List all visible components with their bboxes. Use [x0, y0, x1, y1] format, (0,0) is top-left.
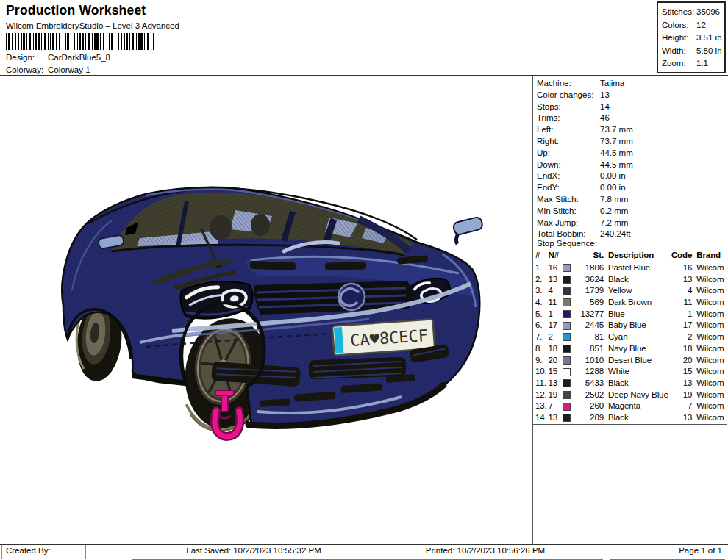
thread-description: Deep Navy Blue	[604, 390, 669, 401]
stitch-count: 260	[574, 401, 604, 412]
machine-info-row: EndY: 0.00 in	[537, 182, 725, 194]
thread-description: Black	[604, 412, 669, 424]
row-number: 3.	[535, 285, 548, 297]
thread-brand: Wilcom	[692, 343, 725, 355]
machine-info-row: Down: 44.5 mm	[537, 159, 725, 171]
row-number: 10.	[535, 366, 548, 378]
thread-description: Black	[604, 378, 669, 390]
row-number: 12.	[535, 390, 548, 401]
thread-color-swatch	[563, 379, 571, 387]
stop-sequence-row: 4. 11 569 Dark Brown 11 Wilcom	[535, 297, 725, 309]
col-header-stitches: St.	[593, 251, 604, 259]
machine-info-label: Up:	[537, 148, 600, 159]
needle-number: 16	[548, 262, 562, 274]
col-header-needle: N#	[548, 251, 559, 259]
design-preview-canvas: CA♥8CECF	[1, 76, 531, 544]
stitch-count: 209	[574, 412, 604, 424]
stop-sequence-row: 13. 7 260 Magenta 7 Wilcom	[535, 401, 725, 412]
col-header-num: #	[535, 251, 540, 259]
stitch-count: 2502	[574, 390, 604, 401]
stitch-count: 13277	[574, 309, 604, 320]
needle-number: 13	[548, 378, 562, 390]
design-label: Design:	[6, 53, 48, 62]
machine-info-value: 7.2 mm	[600, 218, 628, 229]
thread-description: Black	[604, 274, 669, 286]
thread-color-swatch	[563, 391, 571, 399]
thread-description: White	[604, 366, 669, 378]
machine-info-label: Max Jump:	[537, 218, 600, 229]
summary-row: Height: 3.51 in	[662, 32, 724, 45]
needle-number: 18	[548, 343, 562, 355]
row-number: 6.	[535, 320, 548, 331]
page-title: Production Worksheet	[6, 3, 146, 18]
machine-info-label: Right:	[537, 136, 600, 148]
machine-info-label: Left:	[537, 124, 600, 136]
right-mirror	[452, 216, 483, 244]
summary-label: Zoom:	[662, 57, 696, 71]
machine-info-row: Max Jump: 7.2 mm	[537, 218, 725, 229]
stitch-count: 81	[574, 331, 604, 343]
thread-code: 1	[669, 309, 692, 320]
thread-code: 15	[669, 366, 692, 378]
table-bottom-rule	[533, 424, 727, 425]
machine-info-row: Machine: Tajima	[537, 78, 725, 90]
machine-info-value: 0.2 mm	[600, 206, 628, 218]
stop-sequence-row: 14. 13 209 Black 13 Wilcom	[535, 412, 725, 424]
machine-info-value: 13	[600, 90, 610, 101]
col-header-brand: Brand	[696, 251, 721, 259]
machine-info-value: 240.24ft	[600, 229, 631, 240]
needle-number: 19	[548, 390, 562, 401]
thread-brand: Wilcom	[692, 366, 725, 378]
design-name-row: Design: CarDarkBlue5_8	[6, 53, 226, 62]
machine-info-row: EndX: 0.00 in	[537, 170, 725, 182]
thread-description: Magenta	[604, 401, 669, 412]
stop-sequence-header-row: # N# St. Description Code Brand	[535, 250, 725, 262]
colorway-row: Colorway: Colorway 1	[6, 65, 226, 74]
summary-value: 35096	[696, 6, 720, 19]
row-number: 7.	[535, 331, 548, 343]
needle-number: 4	[548, 285, 562, 297]
machine-info-value: 14	[600, 101, 610, 113]
stitch-count: 1288	[574, 366, 604, 378]
row-number: 8.	[535, 343, 548, 355]
machine-info-label: Max Stitch:	[537, 194, 600, 206]
col-header-code: Code	[671, 251, 692, 259]
row-number: 9.	[535, 355, 548, 367]
thread-description: Pastel Blue	[604, 262, 669, 274]
thread-code: 13	[669, 378, 692, 390]
machine-info-label: Machine:	[537, 78, 600, 90]
hood-vent	[250, 261, 296, 270]
footer-printed: Printed: 10/2/2023 10:56:26 PM	[368, 545, 603, 560]
machine-info-value: 73.7 mm	[600, 136, 633, 148]
footer-page-number: Page 1 of 1	[610, 545, 725, 560]
stop-sequence-rows: 1. 16 1806 Pastel Blue 16 Wilcom 2. 13 3…	[535, 262, 725, 424]
thread-brand: Wilcom	[692, 297, 725, 309]
machine-info-row: Left: 73.7 mm	[537, 124, 725, 136]
thread-code: 20	[669, 355, 692, 367]
needle-number: 1	[548, 309, 562, 320]
thread-brand: Wilcom	[692, 285, 725, 297]
thread-code: 13	[669, 412, 692, 424]
hood-vent	[325, 262, 366, 270]
thread-color-swatch	[563, 333, 571, 341]
thread-brand: Wilcom	[692, 355, 725, 367]
summary-label: Height:	[662, 32, 696, 45]
thread-code: 16	[669, 262, 692, 274]
machine-info-value: Tajima	[600, 78, 624, 90]
machine-info-value: 44.5 mm	[600, 159, 633, 171]
row-number: 14.	[535, 412, 548, 424]
thread-brand: Wilcom	[692, 262, 725, 274]
stitch-count: 5433	[574, 378, 604, 390]
needle-number: 11	[548, 297, 562, 309]
thread-description: Cyan	[604, 331, 669, 343]
thread-brand: Wilcom	[692, 390, 725, 401]
summary-label: Width:	[662, 45, 696, 58]
machine-info-label: Color changes:	[537, 90, 600, 101]
thread-brand: Wilcom	[692, 401, 725, 412]
thread-color-swatch	[563, 356, 571, 365]
app-subtitle: Wilcom EmbroideryStudio – Level 3 Advanc…	[6, 21, 179, 30]
machine-info-panel: Machine: Tajima Color changes: 13 Stops:…	[537, 78, 725, 240]
machine-info-label: Down:	[537, 159, 600, 171]
brand-emblem-icon	[338, 284, 365, 310]
stop-sequence-row: 6. 17 2445 Baby Blue 17 Wilcom	[535, 320, 725, 331]
